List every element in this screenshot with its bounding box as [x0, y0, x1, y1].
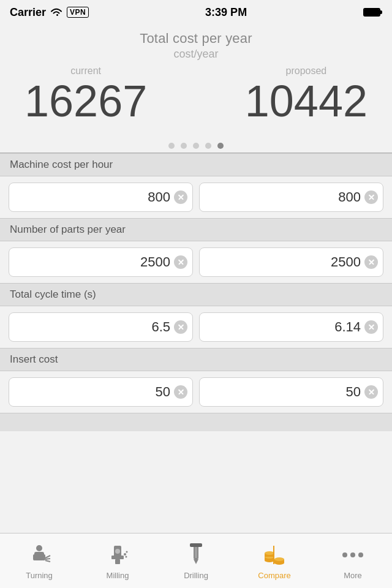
machine-cost-current-clear[interactable] [174, 190, 187, 204]
dot-5[interactable] [217, 143, 224, 149]
header: Total cost per year cost/year current 16… [0, 24, 392, 134]
svg-line-6 [45, 560, 50, 562]
proposed-value: 10442 [245, 79, 368, 123]
wifi-icon [50, 7, 63, 17]
more-icon [339, 541, 366, 568]
tab-turning-label: Turning [26, 571, 53, 580]
status-left: Carrier VPN [10, 6, 89, 19]
insert-cost-proposed: 50 [346, 384, 361, 400]
svg-point-10 [115, 549, 120, 554]
machine-cost-current-wrap: 800 [9, 183, 193, 212]
svg-line-4 [45, 556, 50, 558]
proposed-block: proposed 10442 [245, 66, 368, 123]
insert-cost-current: 50 [156, 384, 170, 400]
section-insert-cost: Insert cost 50 50 [0, 348, 392, 413]
values-row: current 16267 proposed 10442 [12, 66, 380, 123]
tab-turning[interactable]: Turning [0, 533, 78, 588]
parts-proposed-clear[interactable] [364, 255, 378, 269]
parts-current-wrap: 2500 [9, 247, 193, 277]
svg-rect-9 [115, 559, 120, 564]
dot-1[interactable] [168, 143, 175, 149]
svg-point-23 [265, 551, 274, 555]
cycle-time-current: 6.5 [151, 319, 170, 335]
parts-proposed: 2500 [331, 254, 361, 270]
section-insert-cost-label: Insert cost [0, 348, 392, 371]
cycle-time-inputs: 6.5 6.14 [0, 306, 392, 348]
svg-rect-8 [111, 556, 124, 559]
parts-proposed-wrap: 2500 [199, 247, 383, 277]
machine-cost-proposed-clear[interactable] [364, 190, 378, 204]
current-label: current [70, 66, 101, 77]
dot-4[interactable] [205, 143, 211, 149]
tab-drilling-label: Drilling [184, 571, 208, 580]
tab-compare[interactable]: Compare [235, 533, 314, 588]
machine-cost-proposed: 800 [338, 189, 361, 205]
time-display: 3:39 PM [205, 6, 247, 19]
parts-inputs: 2500 2500 [0, 241, 392, 283]
header-subtitle: cost/year [12, 48, 380, 61]
carrier-label: Carrier [10, 6, 46, 19]
section-machine-cost-label: Machine cost per hour [0, 153, 392, 176]
cycle-time-current-clear[interactable] [174, 320, 187, 334]
tab-drilling[interactable]: Drilling [157, 533, 235, 588]
tab-milling[interactable]: Milling [78, 533, 157, 588]
compare-icon [261, 541, 288, 568]
battery-indicator [363, 8, 382, 17]
section-cycle-time-label: Total cycle time (s) [0, 283, 392, 306]
cycle-time-proposed: 6.14 [334, 319, 361, 335]
svg-point-26 [274, 557, 284, 561]
tab-compare-label: Compare [258, 571, 290, 580]
svg-point-0 [36, 545, 42, 551]
current-value: 16267 [24, 79, 147, 123]
svg-point-11 [124, 553, 126, 556]
tab-milling-label: Milling [107, 571, 129, 580]
tab-bar: Turning Milling [0, 533, 392, 588]
tab-more-label: More [344, 571, 362, 580]
section-parts-per-year: Number of parts per year 2500 2500 [0, 218, 392, 283]
section-cycle-time: Total cycle time (s) 6.5 6.14 [0, 283, 392, 348]
proposed-label: proposed [286, 66, 327, 77]
svg-point-30 [358, 552, 363, 557]
insert-cost-proposed-wrap: 50 [199, 377, 383, 407]
svg-rect-3 [42, 554, 45, 560]
insert-cost-current-clear[interactable] [174, 385, 187, 399]
parts-current: 2500 [140, 254, 170, 270]
svg-point-28 [342, 552, 347, 557]
drilling-icon [183, 541, 209, 568]
svg-rect-2 [33, 554, 36, 560]
machine-cost-current: 800 [148, 189, 170, 205]
svg-line-5 [45, 559, 50, 559]
section-machine-cost: Machine cost per hour 800 800 [0, 153, 392, 218]
svg-point-29 [350, 552, 355, 557]
current-block: current 16267 [24, 66, 147, 123]
vpn-badge: VPN [67, 7, 89, 18]
insert-cost-proposed-clear[interactable] [364, 385, 378, 399]
battery-icon [363, 8, 380, 17]
svg-point-12 [126, 551, 128, 553]
pagination-dots [0, 143, 392, 149]
svg-rect-18 [190, 543, 202, 547]
cycle-time-proposed-clear[interactable] [364, 320, 378, 334]
milling-icon [104, 541, 131, 568]
partial-section [0, 413, 392, 431]
insert-cost-inputs: 50 50 [0, 371, 392, 413]
dot-3[interactable] [193, 143, 199, 149]
parts-current-clear[interactable] [174, 255, 187, 269]
machine-cost-inputs: 800 800 [0, 176, 392, 218]
dot-2[interactable] [181, 143, 187, 149]
section-parts-label: Number of parts per year [0, 218, 392, 241]
turning-icon [26, 541, 53, 568]
cycle-time-proposed-wrap: 6.14 [199, 312, 383, 342]
insert-cost-current-wrap: 50 [9, 377, 193, 407]
header-title: Total cost per year [12, 31, 380, 47]
tab-more[interactable]: More [314, 533, 392, 588]
cycle-time-current-wrap: 6.5 [9, 312, 193, 342]
svg-point-13 [126, 556, 127, 558]
status-bar: Carrier VPN 3:39 PM [0, 0, 392, 24]
svg-marker-17 [194, 559, 198, 564]
machine-cost-proposed-wrap: 800 [199, 183, 383, 212]
